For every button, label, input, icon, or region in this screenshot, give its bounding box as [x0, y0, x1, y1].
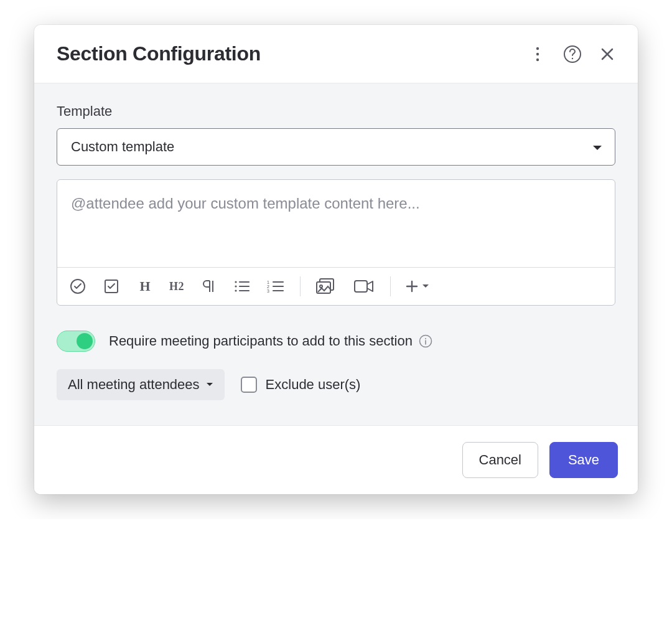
caret-down-icon: [592, 139, 602, 155]
toolbar-separator: [390, 276, 391, 296]
close-button[interactable]: [597, 44, 618, 65]
bullet-list-icon: [234, 279, 250, 293]
video-icon: [353, 279, 375, 293]
toolbar-image-button[interactable]: [315, 277, 338, 296]
help-button[interactable]: [562, 44, 583, 65]
svg-point-2: [536, 58, 539, 60]
svg-rect-24: [355, 281, 367, 292]
exclude-users-checkbox[interactable]: [241, 377, 257, 393]
heading2-icon: H2: [169, 280, 184, 293]
circle-check-icon: [70, 278, 86, 294]
toolbar-bullet-list-button[interactable]: [233, 277, 251, 296]
toolbar-paragraph-button[interactable]: [199, 277, 218, 296]
svg-point-9: [235, 281, 236, 283]
vertical-dots-icon: [536, 47, 539, 62]
caret-down-icon: [422, 284, 429, 289]
editor-textarea[interactable]: @attendee add your custom template conte…: [57, 180, 615, 267]
modal-header: Section Configuration: [34, 25, 638, 83]
svg-text:3: 3: [267, 289, 269, 293]
numbered-list-icon: 123: [267, 279, 284, 293]
require-participants-text: Require meeting participants to add to t…: [109, 333, 413, 349]
plus-icon: [406, 280, 418, 293]
svg-point-28: [425, 338, 426, 339]
editor-toolbar: H H2 123: [57, 267, 615, 305]
modal-title: Section Configuration: [57, 42, 527, 65]
exclude-users-label: Exclude user(s): [266, 377, 361, 393]
toolbar-numbered-list-button[interactable]: 123: [266, 277, 285, 296]
close-icon: [600, 47, 614, 61]
svg-point-4: [572, 57, 573, 59]
more-options-button[interactable]: [527, 44, 548, 65]
require-participants-label: Require meeting participants to add to t…: [109, 333, 432, 349]
template-selected-value: Custom template: [71, 139, 174, 155]
save-button[interactable]: Save: [549, 442, 618, 478]
svg-text:1: 1: [267, 280, 269, 284]
toolbar-heading2-button[interactable]: H2: [169, 277, 184, 296]
svg-point-11: [235, 285, 236, 287]
svg-point-13: [235, 289, 236, 291]
require-participants-toggle[interactable]: [57, 331, 95, 352]
template-field-label: Template: [57, 103, 615, 120]
toolbar-heading1-button[interactable]: H: [136, 277, 154, 296]
caret-down-icon: [206, 382, 213, 387]
svg-text:2: 2: [267, 284, 269, 289]
modal-footer: Cancel Save: [34, 425, 638, 494]
template-editor: @attendee add your custom template conte…: [57, 179, 615, 306]
heading1-icon: H: [139, 278, 150, 294]
image-icon: [316, 278, 337, 294]
exclude-users-option[interactable]: Exclude user(s): [241, 377, 361, 393]
toolbar-add-button[interactable]: [406, 277, 429, 296]
toggle-knob: [77, 333, 93, 349]
attendee-options-row: All meeting attendees Exclude user(s): [57, 369, 615, 400]
cancel-button[interactable]: Cancel: [462, 442, 538, 478]
toolbar-checkbox-button[interactable]: [102, 277, 121, 296]
modal-body: Template Custom template @attendee add y…: [34, 83, 638, 425]
help-icon: [563, 45, 582, 63]
template-select[interactable]: Custom template: [57, 128, 615, 166]
section-configuration-modal: Section Configuration Template Custom te…: [34, 25, 638, 494]
svg-point-0: [536, 47, 539, 49]
header-actions: [527, 44, 618, 65]
editor-placeholder: @attendee add your custom template conte…: [71, 195, 420, 212]
info-icon[interactable]: [419, 334, 432, 348]
attendees-chip-label: All meeting attendees: [68, 377, 200, 393]
toolbar-circle-check-button[interactable]: [68, 277, 87, 296]
toolbar-separator: [300, 276, 301, 296]
require-participants-row: Require meeting participants to add to t…: [57, 331, 615, 352]
checkbox-icon: [104, 279, 119, 294]
toolbar-video-button[interactable]: [353, 277, 375, 296]
svg-point-1: [536, 52, 539, 55]
attendees-select-chip[interactable]: All meeting attendees: [57, 369, 225, 400]
paragraph-icon: [202, 279, 215, 294]
